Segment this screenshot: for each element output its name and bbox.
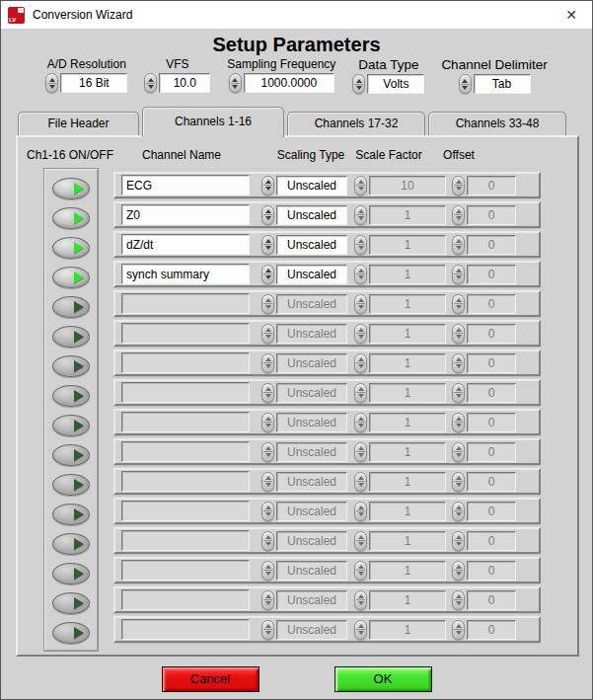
play-triangle-icon bbox=[74, 479, 84, 491]
channel-name-input[interactable] bbox=[121, 234, 250, 255]
onoff-button-column bbox=[43, 168, 99, 652]
scaling-type-spinner[interactable] bbox=[261, 265, 274, 284]
data-type-value[interactable]: Volts bbox=[367, 74, 424, 94]
channel-onoff-button[interactable] bbox=[52, 385, 90, 407]
play-triangle-icon bbox=[74, 597, 84, 609]
tab-file-header[interactable]: File Header bbox=[18, 112, 139, 135]
play-triangle-icon bbox=[74, 360, 84, 372]
scaling-type-value: Unscaled bbox=[276, 620, 347, 640]
play-triangle-icon bbox=[74, 508, 84, 520]
scale-factor-spinner bbox=[354, 324, 367, 344]
sampling-frequency-spinner[interactable] bbox=[229, 73, 242, 93]
channel-name-input[interactable] bbox=[121, 264, 250, 284]
scaling-type-spinner[interactable] bbox=[261, 235, 274, 255]
scaling-type-value: Unscaled bbox=[276, 294, 347, 314]
scaling-type-spinner[interactable] bbox=[261, 176, 274, 195]
ad-resolution-spinner[interactable] bbox=[45, 73, 58, 93]
channel-onoff-button[interactable] bbox=[52, 563, 90, 584]
tab-channels-1-16[interactable]: Channels 1-16 bbox=[142, 107, 284, 137]
cancel-button[interactable]: Cancel bbox=[162, 666, 259, 692]
channel-onoff-button[interactable] bbox=[52, 533, 90, 555]
channel-onoff-button[interactable] bbox=[52, 504, 90, 525]
offset-value: 0 bbox=[467, 531, 516, 551]
scaling-type-spinner bbox=[261, 413, 274, 432]
scaling-type-spinner bbox=[261, 531, 274, 551]
offset-value: 0 bbox=[467, 442, 516, 462]
channel-onoff-slot bbox=[52, 559, 90, 588]
scaling-type-value[interactable]: Unscaled bbox=[276, 265, 347, 284]
channel-onoff-button[interactable] bbox=[52, 444, 90, 466]
scale-factor-value: 1 bbox=[369, 561, 446, 581]
play-triangle-icon bbox=[74, 627, 84, 639]
channel-row: Unscaled 1 0 bbox=[113, 320, 541, 347]
channel-onoff-slot bbox=[52, 470, 90, 500]
scaling-type-value[interactable]: Unscaled bbox=[276, 235, 347, 255]
channel-row: Unscaled 1 0 bbox=[113, 438, 541, 465]
close-icon[interactable]: ✕ bbox=[551, 1, 592, 29]
scale-factor-spinner bbox=[354, 353, 367, 373]
scale-factor-spinner bbox=[354, 265, 367, 284]
data-type-label: Data Type bbox=[358, 57, 418, 72]
scaling-type-value[interactable]: Unscaled bbox=[276, 205, 347, 225]
channel-delimiter-value[interactable]: Tab bbox=[474, 74, 531, 94]
channel-onoff-button[interactable] bbox=[52, 622, 90, 644]
sampling-frequency-value[interactable]: 1000.0000 bbox=[244, 73, 334, 93]
channel-onoff-button[interactable] bbox=[52, 326, 90, 348]
channel-name-input[interactable] bbox=[121, 175, 250, 195]
channel-onoff-slot bbox=[52, 322, 90, 351]
offset-value: 0 bbox=[467, 413, 516, 432]
channel-onoff-slot bbox=[52, 174, 90, 203]
play-triangle-icon bbox=[74, 212, 84, 224]
channel-name-input bbox=[121, 323, 250, 344]
channel-onoff-button[interactable] bbox=[52, 355, 90, 377]
channel-name-input bbox=[121, 382, 250, 403]
scale-factor-value: 1 bbox=[369, 265, 446, 284]
channel-row: Unscaled 1 0 bbox=[113, 527, 541, 554]
play-triangle-icon bbox=[74, 272, 84, 283]
scale-factor-spinner bbox=[354, 176, 367, 195]
channel-onoff-button[interactable] bbox=[52, 415, 90, 436]
channel-onoff-button[interactable] bbox=[52, 592, 90, 614]
offset-value: 0 bbox=[467, 561, 516, 581]
channel-name-input bbox=[121, 501, 250, 521]
offset-spinner bbox=[452, 353, 465, 373]
ad-resolution-value[interactable]: 16 Bit bbox=[60, 73, 127, 93]
channel-row: Unscaled 1 0 bbox=[113, 261, 541, 287]
channel-onoff-slot bbox=[52, 263, 90, 292]
vfs-value[interactable]: 10.0 bbox=[159, 73, 210, 93]
channel-onoff-button[interactable] bbox=[52, 296, 90, 318]
channel-delimiter-spinner[interactable] bbox=[459, 74, 472, 94]
channel-onoff-button[interactable] bbox=[52, 237, 90, 259]
offset-spinner bbox=[452, 294, 465, 314]
channel-onoff-button[interactable] bbox=[52, 267, 90, 288]
channel-onoff-button[interactable] bbox=[52, 207, 90, 229]
offset-column-header: Offset bbox=[443, 148, 475, 162]
channel-name-input bbox=[121, 352, 250, 373]
offset-spinner bbox=[452, 205, 465, 225]
scale-factor-spinner bbox=[354, 294, 367, 314]
scale-factor-value: 1 bbox=[369, 502, 446, 521]
scale-factor-value: 1 bbox=[369, 383, 446, 403]
channel-name-input[interactable] bbox=[121, 204, 250, 225]
ok-button[interactable]: OK bbox=[334, 666, 432, 692]
scaling-type-spinner bbox=[261, 561, 274, 581]
channel-name-input bbox=[121, 441, 250, 462]
tab-channels-17-32[interactable]: Channels 17-32 bbox=[287, 112, 425, 135]
scale-factor-value: 1 bbox=[369, 294, 446, 314]
offset-spinner bbox=[452, 383, 465, 403]
offset-value: 0 bbox=[467, 176, 516, 195]
scaling-type-value[interactable]: Unscaled bbox=[276, 176, 347, 195]
title-bar: LV Conversion Wizard ✕ bbox=[1, 1, 592, 29]
channel-row: Unscaled 1 0 bbox=[113, 616, 541, 643]
channel-onoff-button[interactable] bbox=[52, 474, 90, 496]
data-type-spinner[interactable] bbox=[352, 74, 365, 94]
channel-onoff-button[interactable] bbox=[52, 178, 90, 199]
conversion-wizard-window: LV Conversion Wizard ✕ Setup Parameters … bbox=[0, 0, 593, 700]
scaling-type-spinner[interactable] bbox=[261, 205, 274, 225]
offset-spinner bbox=[452, 324, 465, 344]
scaling-type-value: Unscaled bbox=[276, 590, 347, 610]
scale-factor-value: 1 bbox=[369, 472, 446, 492]
tab-channels-33-48[interactable]: Channels 33-48 bbox=[428, 112, 566, 135]
channel-onoff-slot bbox=[52, 351, 90, 381]
vfs-spinner[interactable] bbox=[144, 73, 157, 93]
